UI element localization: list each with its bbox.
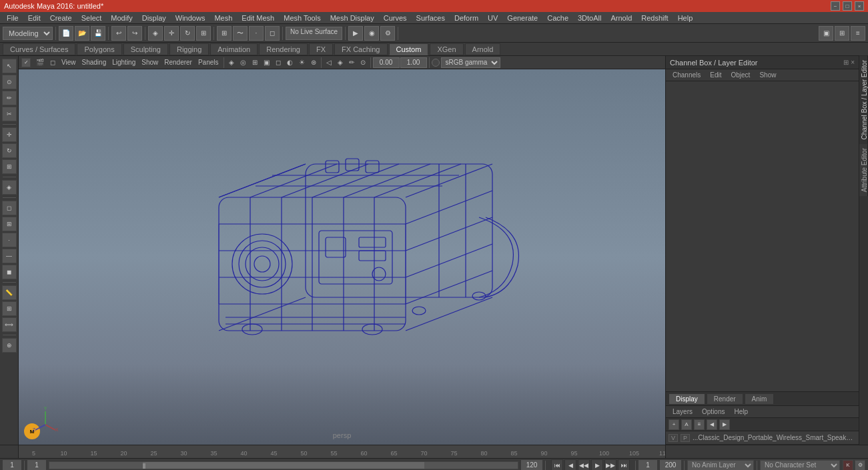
rp-menu-edit[interactable]: Edit	[706, 71, 725, 79]
fov-input[interactable]	[373, 57, 400, 68]
select-tool-button[interactable]: ◈	[148, 26, 163, 41]
menu-item-edit-mesh[interactable]: Edit Mesh	[238, 13, 278, 23]
color-profile-dropdown[interactable]: sRGB gamma	[441, 57, 500, 68]
vp-light-icon[interactable]: ☀	[296, 57, 308, 69]
playback-start-input[interactable]	[638, 460, 657, 471]
vp-menu-view[interactable]: View	[59, 57, 79, 69]
snap-point-button[interactable]: ·	[249, 26, 264, 41]
save-file-button[interactable]: 💾	[91, 26, 105, 41]
timeline-ruler[interactable]: 5101520253035404550556065707580859095100…	[19, 445, 665, 458]
menu-item-surfaces[interactable]: Surfaces	[412, 13, 449, 23]
vp-bookmark-icon[interactable]: ◈	[335, 57, 346, 69]
layout-quad-button[interactable]: ⊞	[835, 26, 849, 41]
symmetry-lt[interactable]: ⟺	[2, 317, 17, 332]
menu-item-uv[interactable]: UV	[484, 13, 502, 23]
scale-tool-button[interactable]: ⊞	[196, 26, 211, 41]
rp-menu-object[interactable]: Object	[727, 71, 755, 79]
workspace-tab-sculpting[interactable]: Sculpting	[123, 43, 168, 55]
minimize-button[interactable]: −	[831, 1, 840, 11]
menu-item-deform[interactable]: Deform	[450, 13, 482, 23]
vp-paint-icon[interactable]: ✏	[346, 57, 357, 69]
rp-float-btn[interactable]: ⊞	[843, 59, 849, 66]
soft-select-lt[interactable]: ◈	[2, 180, 17, 195]
rp-tab-anim[interactable]: Anim	[745, 393, 775, 405]
layer-delete-button[interactable]: ◀	[707, 419, 717, 430]
rp-close-btn[interactable]: ×	[851, 59, 855, 66]
vp-multisample-icon[interactable]: ⊛	[308, 57, 319, 69]
vp-menu-renderer[interactable]: Renderer	[161, 57, 195, 69]
attribute-editor-tab[interactable]: Attribute Editor	[859, 144, 868, 196]
menu-item-cache[interactable]: Cache	[543, 13, 572, 23]
menu-item-redshift[interactable]: Redshift	[637, 13, 672, 23]
auto-key-button[interactable]: K	[843, 460, 853, 471]
settings-button[interactable]: ⚙	[855, 460, 865, 471]
vp-isolate-icon[interactable]: ◎	[238, 57, 249, 69]
restore-button[interactable]: □	[843, 1, 852, 11]
play-back-button[interactable]: ◀◀	[578, 459, 590, 471]
go-to-end-button[interactable]: ⏭	[618, 459, 630, 471]
scissors-tool-lt[interactable]: ✂	[2, 107, 17, 121]
step-forward-button[interactable]: ▶▶	[604, 459, 616, 471]
vp-xray-icon[interactable]: ⊙	[358, 57, 368, 69]
workspace-tab-rigging[interactable]: Rigging	[169, 43, 209, 55]
layer-move-up-button[interactable]: ▶	[719, 419, 730, 430]
char-set-dropdown[interactable]: No Character Set	[760, 460, 840, 471]
render-settings-button[interactable]: ⚙	[380, 26, 395, 41]
ipr-button[interactable]: ◉	[364, 26, 379, 41]
viewport-canvas[interactable]: M Y X Z persp	[19, 69, 665, 445]
rotate-tool-button[interactable]: ↻	[180, 26, 195, 41]
menu-item-display[interactable]: Display	[138, 13, 170, 23]
workspace-tab-animation[interactable]: Animation	[210, 43, 258, 55]
menu-item-modify[interactable]: Modify	[107, 13, 136, 23]
vp-menu-lighting[interactable]: Lighting	[109, 57, 138, 69]
rotate-tool-lt[interactable]: ↻	[2, 143, 17, 158]
redo-button[interactable]: ↪	[127, 26, 142, 41]
layout-btn3[interactable]: ≡	[851, 26, 865, 41]
workspace-tab-polygons[interactable]: Polygons	[77, 43, 121, 55]
menu-item-generate[interactable]: Generate	[503, 13, 542, 23]
face-mode-lt[interactable]: ◼	[2, 265, 17, 279]
rpb-menu-options[interactable]: Options	[698, 407, 729, 416]
menu-item-file[interactable]: File	[3, 13, 23, 23]
layer-anim-button[interactable]: A	[681, 419, 692, 430]
rp-tab-render[interactable]: Render	[707, 393, 743, 405]
rp-tab-display[interactable]: Display	[669, 393, 705, 405]
rpb-menu-help[interactable]: Help	[730, 407, 752, 416]
layer-visible-btn[interactable]: V	[669, 434, 678, 442]
workspace-tab-fx-caching[interactable]: FX Caching	[334, 43, 387, 55]
workspace-tab-arnold[interactable]: Arnold	[465, 43, 501, 55]
vp-menu-panels[interactable]: Panels	[195, 57, 222, 69]
vp-hud-icon[interactable]: ◁	[324, 57, 334, 69]
workspace-dropdown[interactable]: Modeling	[3, 27, 53, 40]
vp-grid-icon[interactable]: ⊞	[250, 57, 260, 69]
move-tool-button[interactable]: ✛	[164, 26, 179, 41]
range-end-input[interactable]	[521, 460, 542, 471]
layer-playback-btn[interactable]: P	[681, 434, 690, 442]
paint-tool-lt[interactable]: ✏	[2, 91, 17, 105]
scale-tool-lt[interactable]: ⊞	[2, 159, 17, 174]
workspace-tab-curves-surfaces[interactable]: Curves / Surfaces	[3, 43, 75, 55]
select-tool-lt[interactable]: ↖	[2, 59, 17, 73]
vp-menu-shading[interactable]: Shading	[79, 57, 109, 69]
snap-curve-button[interactable]: 〜	[233, 26, 248, 41]
grid-lt[interactable]: ⊞	[2, 301, 17, 316]
rp-menu-show[interactable]: Show	[755, 71, 780, 79]
menu-item-edit[interactable]: Edit	[24, 13, 45, 23]
menu-item-mesh-tools[interactable]: Mesh Tools	[280, 13, 324, 23]
layer-options-button[interactable]: ≡	[694, 419, 705, 430]
layer-new-button[interactable]: +	[669, 419, 679, 430]
snap-surface-button[interactable]: ◻	[265, 26, 280, 41]
menu-item-3dtoall[interactable]: 3DtoAll	[574, 13, 605, 23]
current-frame-input[interactable]	[3, 460, 21, 471]
render-button[interactable]: ▶	[348, 26, 363, 41]
channel-layer-tab[interactable]: Channel Box / Layer Editor	[859, 56, 868, 144]
menu-item-windows[interactable]: Windows	[171, 13, 209, 23]
vp-menu-show[interactable]: Show	[139, 57, 161, 69]
menu-item-arnold[interactable]: Arnold	[606, 13, 636, 23]
go-to-start-button[interactable]: ⏮	[551, 459, 563, 471]
menu-item-mesh[interactable]: Mesh	[210, 13, 236, 23]
vp-shadow-icon[interactable]: ◐	[284, 57, 296, 69]
rp-menu-channels[interactable]: Channels	[669, 71, 705, 79]
extra-lt[interactable]: ⊕	[2, 338, 17, 353]
lasso-tool-lt[interactable]: ⊙	[2, 75, 17, 89]
